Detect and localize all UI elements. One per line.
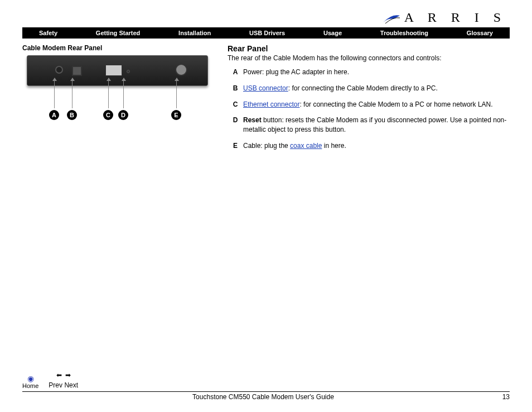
reset-bold: Reset: [243, 116, 262, 124]
footer-spacer: [22, 393, 24, 401]
page-number: 13: [502, 393, 510, 401]
item-c-post: : for connecting the Cable Modem to a PC…: [299, 100, 492, 108]
usb-connector-link[interactable]: USB connector: [243, 84, 288, 92]
power-port-icon: [55, 66, 63, 74]
rear-panel-illustration: A B C D E: [22, 55, 212, 128]
reset-button-icon: [127, 70, 130, 73]
arrow-e-icon: [176, 80, 177, 108]
arrow-c-icon: [108, 80, 109, 108]
ethernet-port-icon: [105, 65, 122, 76]
intro-text: The rear of the Cable Modem has the foll…: [228, 54, 510, 62]
coax-cable-link[interactable]: coax cable: [290, 142, 322, 150]
nav-installation[interactable]: Installation: [178, 30, 211, 36]
callout-e: E: [171, 110, 181, 120]
arrow-a-icon: [54, 80, 55, 108]
nav-usb-drivers[interactable]: USB Drivers: [249, 30, 285, 36]
next-arrow-icon[interactable]: ➡: [65, 371, 71, 379]
item-e: E Cable: plug the coax cable in here.: [228, 141, 510, 151]
home-label: Home: [22, 382, 38, 389]
left-heading: Cable Modem Rear Panel: [22, 44, 223, 52]
item-d: D Reset button: resets the Cable Modem a…: [228, 116, 510, 135]
prev-arrow-icon[interactable]: ⬅: [56, 371, 62, 379]
ethernet-connector-link[interactable]: Ethernet connector: [243, 100, 299, 108]
item-text: Cable: plug the coax cable in here.: [243, 141, 510, 151]
item-e-post: in here.: [322, 142, 346, 150]
callout-b: B: [67, 110, 77, 120]
section-heading: Rear Panel: [228, 44, 510, 53]
item-letter: B: [228, 84, 243, 93]
item-letter: E: [228, 141, 243, 151]
item-letter: A: [228, 68, 243, 77]
item-d-post: button: resets the Cable Modem as if you…: [243, 116, 506, 133]
next-label[interactable]: Next: [64, 381, 78, 389]
nav-glossary[interactable]: Glossary: [467, 30, 493, 36]
item-text: Power: plug the AC adapter in here.: [243, 68, 510, 77]
item-c: C Ethernet connector: for connecting the…: [228, 100, 510, 109]
nav-troubleshooting[interactable]: Troubleshooting: [380, 30, 428, 36]
coax-port-icon: [175, 64, 187, 76]
home-button[interactable]: ◉ Home: [22, 375, 38, 389]
item-text: Reset button: resets the Cable Modem as …: [243, 116, 510, 135]
arris-swoosh-icon: [382, 11, 401, 25]
item-text: USB connector: for connecting the Cable …: [243, 84, 510, 93]
usb-port-icon: [72, 66, 82, 76]
nav-getting-started[interactable]: Getting Started: [96, 30, 140, 36]
item-text: Ethernet connector: for connecting the C…: [243, 100, 510, 109]
item-e-pre: Cable: plug the: [243, 142, 290, 150]
brand-logo: A R R I S: [382, 10, 506, 25]
callout-c: C: [103, 110, 113, 120]
nav-bar: Safety Getting Started Installation USB …: [22, 27, 510, 39]
arrow-b-icon: [72, 80, 72, 108]
item-b: B USB connector: for connecting the Cabl…: [228, 84, 510, 93]
item-a: A Power: plug the AC adapter in here.: [228, 68, 510, 77]
item-letter: C: [228, 100, 243, 109]
nav-usage[interactable]: Usage: [323, 30, 342, 36]
callout-d: D: [118, 110, 128, 120]
item-letter: D: [228, 116, 243, 135]
home-icon: ◉: [27, 375, 34, 382]
item-b-post: : for connecting the Cable Modem directl…: [288, 84, 438, 92]
arrow-d-icon: [123, 80, 124, 108]
callout-a: A: [49, 110, 59, 120]
footer-title: Touchstone CM550 Cable Modem User's Guid…: [192, 393, 334, 401]
prev-label[interactable]: Prev: [49, 381, 62, 389]
brand-text: A R R I S: [404, 10, 506, 25]
nav-safety[interactable]: Safety: [39, 30, 57, 36]
